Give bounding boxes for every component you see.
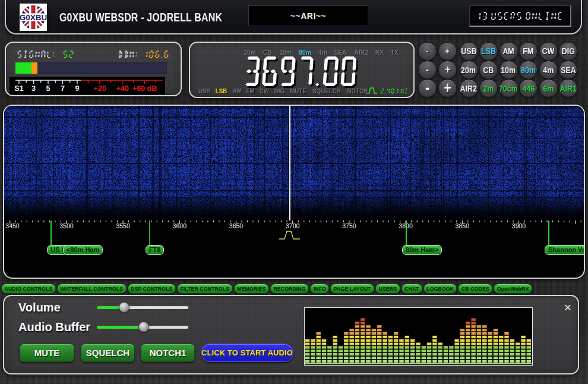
tune-button-446-row3[interactable]: 446 — [519, 79, 538, 97]
tune-button-step-down-row1[interactable]: - — [418, 42, 437, 61]
tab-logbook[interactable]: LOGBOOK — [423, 284, 457, 294]
tune-button-label: 10m — [501, 65, 516, 75]
tune-button-label: 80m — [521, 65, 536, 75]
signal-readout-row — [16, 50, 173, 59]
tab-recording[interactable]: RECORDING — [270, 284, 309, 294]
volume-slider-thumb[interactable] — [119, 302, 129, 313]
tab-info[interactable]: INFO — [310, 284, 329, 294]
tab-users[interactable]: USERS — [375, 284, 400, 294]
tune-button-am-row1[interactable]: AM — [500, 42, 518, 61]
audio-spectrum-canvas — [305, 308, 532, 364]
s-meter-label: S1 — [14, 84, 23, 93]
waterfall-canvas[interactable] — [4, 106, 584, 221]
tune-button-label: LSB — [481, 46, 496, 56]
tune-button-step-up-row3[interactable]: + — [438, 79, 457, 97]
filter-shape-icon — [366, 87, 378, 95]
close-icon[interactable]: × — [562, 302, 573, 313]
tab-chat[interactable]: CHAT — [402, 284, 422, 294]
tune-button-fm-row1[interactable]: FM — [519, 42, 538, 61]
banner-text: ~~ARI~~ — [290, 11, 326, 21]
tune-button-cb-row2[interactable]: CB — [479, 61, 498, 79]
freq-tick-label: 3900 — [512, 222, 526, 229]
band-indicator-row: 20mCB10m80m4mSEAAIR2RXTX — [243, 49, 399, 56]
tune-button-step-up-row1[interactable]: + — [438, 42, 457, 61]
dbm-value — [142, 50, 172, 59]
s-meter-label: 9 — [75, 84, 80, 93]
band-marker-label[interactable]: <80m Ham — [63, 245, 103, 255]
s-meter-bar — [15, 62, 167, 74]
page-title: G0XBU WEBSDR - JODRELL BANK — [59, 11, 222, 24]
tab-page-layout[interactable]: PAGE LAYOUT — [330, 284, 374, 294]
users-online-text — [475, 11, 565, 21]
freq-tick-label: 3750 — [342, 222, 356, 229]
volume-track-empty — [124, 306, 188, 309]
tune-button-6m-row3[interactable]: 6m — [539, 79, 558, 97]
band-indicator-tx: TX — [391, 49, 399, 56]
s-meter-label: 3 — [31, 84, 36, 93]
band-marker-label[interactable]: 80m Ham> — [402, 245, 442, 255]
mute-button[interactable]: MUTE — [20, 344, 74, 362]
tune-button-sea-row2[interactable]: SEA — [559, 61, 577, 79]
tune-button-label: + — [445, 63, 450, 77]
frequency-digits — [244, 56, 361, 87]
tune-button-label: - — [425, 63, 428, 77]
tune-button-cw-row1[interactable]: CW — [539, 42, 558, 61]
audio-spectrum-box — [304, 307, 533, 366]
tab-waterfall-controls[interactable]: WATERFALL CONTROLS — [57, 284, 127, 294]
tune-button-70cm-row3[interactable]: 70cm — [500, 79, 518, 97]
tune-button-10m-row2[interactable]: 10m — [500, 61, 518, 79]
tune-button-lsb-row1[interactable]: LSB — [479, 42, 498, 61]
tune-button-label: 4m — [543, 65, 554, 75]
tab-dsp-controls[interactable]: DSP CONTROLS — [128, 284, 176, 294]
band-indicator-80m: 80m — [299, 49, 311, 56]
band-marker-label[interactable]: Shannon Volmet — [545, 245, 585, 255]
tune-button-dig-row1[interactable]: DIG — [559, 42, 577, 61]
freq-tick-label: 3650 — [229, 222, 243, 229]
audio-buffer-slider[interactable] — [97, 322, 188, 332]
tab-openwebrx[interactable]: OpenWebRX — [494, 284, 532, 294]
station-logo: G0XBU — [20, 4, 47, 31]
band-marker-line — [406, 221, 407, 245]
tune-button-step-up-row2[interactable]: + — [438, 61, 457, 79]
tab-cb-codes[interactable]: CB CODES — [458, 284, 492, 294]
tune-button-label: 2m — [483, 83, 494, 94]
tune-button-2m-row3[interactable]: 2m — [479, 79, 498, 97]
band-indicator-cb: CB — [263, 49, 272, 56]
buffer-slider-thumb[interactable] — [138, 322, 149, 332]
tab-memories[interactable]: MEMORIES — [234, 284, 269, 294]
s-meter-db-label: +60 dB — [132, 84, 157, 93]
tune-button-label: - — [426, 46, 428, 56]
s-meter-scale: S13579+20+40+60 dB — [10, 77, 165, 95]
tune-button-label: USB — [461, 46, 476, 56]
tune-button-usb-row1[interactable]: USB — [460, 42, 478, 61]
tune-button-step-down-row2[interactable]: - — [418, 61, 437, 79]
tune-button-label: AIR2 — [460, 83, 477, 94]
band-indicator-20m: 20m — [244, 49, 256, 56]
banner-box: ~~ARI~~ — [248, 5, 368, 26]
band-marker-line — [548, 221, 549, 245]
s-meter-green-segment — [15, 62, 31, 74]
mode-indicator-mute: MUTE — [290, 87, 306, 95]
band-marker-label[interactable]: FT8 — [146, 245, 165, 255]
s-meter-db-label: +40 — [116, 84, 128, 93]
tune-button-step-down-row3[interactable]: - — [418, 79, 437, 97]
start-audio-button[interactable]: CLICK TO START AUDIO — [201, 344, 293, 362]
tune-button-label: 6m — [543, 83, 554, 94]
squelch-button[interactable]: SQUELCH — [81, 344, 135, 362]
tune-button-air2-row3[interactable]: AIR2 — [460, 79, 478, 97]
tune-button-air1-row3[interactable]: AIR1 — [559, 79, 577, 97]
tune-button-80m-row2[interactable]: 80m — [519, 61, 538, 79]
mode-indicator-squelch: SQUELCH — [312, 87, 341, 95]
tune-button-label: 20m — [461, 65, 476, 75]
bandwidth-value — [380, 87, 410, 95]
waterfall-panel[interactable]: 3450350035503600365037003750380038503900… — [3, 105, 585, 279]
volume-slider[interactable] — [97, 302, 188, 313]
tune-button-4m-row2[interactable]: 4m — [539, 61, 558, 79]
tune-button-20m-row2[interactable]: 20m — [460, 61, 478, 79]
notch1-button[interactable]: NOTCH1 — [141, 344, 195, 362]
tab-audio-controls[interactable]: AUDIO CONTROLS — [1, 284, 56, 294]
tab-filter-controls[interactable]: FILTER CONTROLS — [177, 284, 233, 294]
tune-button-label: FM — [523, 46, 534, 56]
websdr-app: G0XBU G0XBU WEBSDR - JODRELL BANK ~~ARI~… — [0, 0, 588, 384]
tune-button-label: DIG — [561, 46, 574, 56]
